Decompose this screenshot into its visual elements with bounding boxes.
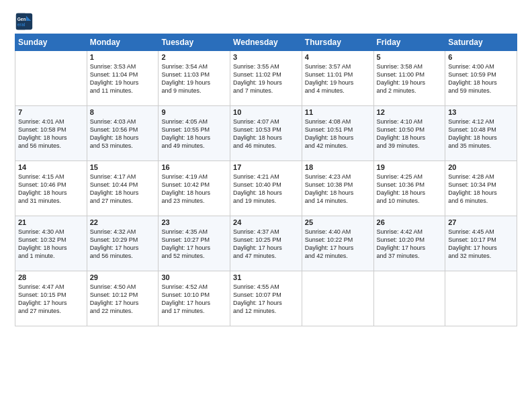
page: Gen eral SundayMondayTuesdayWednesdayThu… — [0, 0, 532, 333]
cell-text: Sunrise: 4:19 AM Sunset: 10:42 PM Daylig… — [161, 173, 227, 205]
calendar-cell: 25Sunrise: 4:40 AM Sunset: 10:22 PM Dayl… — [302, 216, 373, 271]
calendar-cell: 8Sunrise: 4:03 AM Sunset: 10:56 PM Dayli… — [87, 106, 159, 161]
header-cell-friday: Friday — [373, 34, 445, 51]
week-row-3: 14Sunrise: 4:15 AM Sunset: 10:46 PM Dayl… — [15, 161, 517, 216]
header-cell-wednesday: Wednesday — [230, 34, 302, 51]
calendar-cell: 20Sunrise: 4:28 AM Sunset: 10:34 PM Dayl… — [445, 161, 517, 216]
day-number: 18 — [305, 163, 371, 171]
header-cell-monday: Monday — [87, 34, 159, 51]
calendar-cell: 27Sunrise: 4:45 AM Sunset: 10:17 PM Dayl… — [445, 216, 517, 271]
calendar-cell — [445, 271, 517, 326]
calendar-cell: 4Sunrise: 3:57 AM Sunset: 11:01 PM Dayli… — [302, 51, 373, 106]
day-number: 5 — [377, 53, 443, 61]
week-row-5: 28Sunrise: 4:47 AM Sunset: 10:15 PM Dayl… — [15, 271, 517, 326]
cell-text: Sunrise: 4:25 AM Sunset: 10:36 PM Daylig… — [377, 173, 443, 205]
calendar-cell: 6Sunrise: 4:00 AM Sunset: 10:59 PM Dayli… — [445, 51, 517, 106]
day-number: 21 — [18, 218, 84, 226]
day-number: 10 — [233, 108, 299, 116]
week-row-1: 1Sunrise: 3:53 AM Sunset: 11:04 PM Dayli… — [15, 51, 517, 106]
day-number: 14 — [18, 163, 84, 171]
cell-text: Sunrise: 3:55 AM Sunset: 11:02 PM Daylig… — [233, 62, 299, 95]
calendar-cell: 2Sunrise: 3:54 AM Sunset: 11:03 PM Dayli… — [159, 51, 230, 106]
calendar-cell: 1Sunrise: 3:53 AM Sunset: 11:04 PM Dayli… — [87, 51, 159, 106]
day-number: 22 — [90, 218, 156, 226]
cell-text: Sunrise: 4:50 AM Sunset: 10:12 PM Daylig… — [90, 283, 156, 316]
cell-text: Sunrise: 4:00 AM Sunset: 10:59 PM Daylig… — [448, 62, 514, 95]
cell-text: Sunrise: 4:47 AM Sunset: 10:15 PM Daylig… — [18, 283, 84, 316]
header: Gen eral — [15, 12, 517, 31]
calendar-cell: 31Sunrise: 4:55 AM Sunset: 10:07 PM Dayl… — [230, 271, 302, 326]
calendar-cell: 24Sunrise: 4:37 AM Sunset: 10:25 PM Dayl… — [230, 216, 302, 271]
calendar-cell — [302, 271, 373, 326]
calendar-cell: 17Sunrise: 4:21 AM Sunset: 10:40 PM Dayl… — [230, 161, 302, 216]
day-number: 31 — [233, 273, 299, 281]
logo: Gen eral — [15, 12, 36, 31]
cell-text: Sunrise: 4:03 AM Sunset: 10:56 PM Daylig… — [90, 118, 156, 150]
cell-text: Sunrise: 4:01 AM Sunset: 10:58 PM Daylig… — [18, 118, 84, 150]
cell-text: Sunrise: 4:45 AM Sunset: 10:17 PM Daylig… — [448, 228, 514, 261]
day-number: 20 — [448, 163, 514, 171]
day-number: 7 — [18, 108, 84, 116]
calendar-cell: 14Sunrise: 4:15 AM Sunset: 10:46 PM Dayl… — [15, 161, 87, 216]
calendar-cell: 11Sunrise: 4:08 AM Sunset: 10:51 PM Dayl… — [302, 106, 373, 161]
calendar-body: 1Sunrise: 3:53 AM Sunset: 11:04 PM Dayli… — [15, 51, 517, 326]
calendar-cell: 15Sunrise: 4:17 AM Sunset: 10:44 PM Dayl… — [87, 161, 159, 216]
day-number: 2 — [161, 53, 227, 61]
day-number: 30 — [161, 273, 227, 281]
calendar-cell: 21Sunrise: 4:30 AM Sunset: 10:32 PM Dayl… — [15, 216, 87, 271]
day-number: 12 — [377, 108, 443, 116]
day-number: 6 — [448, 53, 514, 61]
calendar-cell — [373, 271, 445, 326]
calendar-cell: 23Sunrise: 4:35 AM Sunset: 10:27 PM Dayl… — [159, 216, 230, 271]
cell-text: Sunrise: 4:55 AM Sunset: 10:07 PM Daylig… — [233, 283, 299, 316]
cell-text: Sunrise: 4:15 AM Sunset: 10:46 PM Daylig… — [18, 173, 84, 205]
cell-text: Sunrise: 4:28 AM Sunset: 10:34 PM Daylig… — [448, 173, 514, 205]
day-number: 16 — [161, 163, 227, 171]
calendar-cell: 28Sunrise: 4:47 AM Sunset: 10:15 PM Dayl… — [15, 271, 87, 326]
cell-text: Sunrise: 4:08 AM Sunset: 10:51 PM Daylig… — [305, 118, 371, 150]
cell-text: Sunrise: 4:17 AM Sunset: 10:44 PM Daylig… — [90, 173, 156, 205]
day-number: 9 — [161, 108, 227, 116]
day-number: 25 — [305, 218, 371, 226]
cell-text: Sunrise: 4:23 AM Sunset: 10:38 PM Daylig… — [305, 173, 371, 205]
cell-text: Sunrise: 3:57 AM Sunset: 11:01 PM Daylig… — [305, 62, 371, 95]
cell-text: Sunrise: 3:53 AM Sunset: 11:04 PM Daylig… — [90, 62, 156, 95]
day-number: 1 — [90, 53, 156, 61]
header-cell-thursday: Thursday — [302, 34, 373, 51]
cell-text: Sunrise: 4:12 AM Sunset: 10:48 PM Daylig… — [448, 118, 514, 150]
calendar-cell: 5Sunrise: 3:58 AM Sunset: 11:00 PM Dayli… — [373, 51, 445, 106]
week-row-4: 21Sunrise: 4:30 AM Sunset: 10:32 PM Dayl… — [15, 216, 517, 271]
calendar-cell: 13Sunrise: 4:12 AM Sunset: 10:48 PM Dayl… — [445, 106, 517, 161]
calendar-cell: 18Sunrise: 4:23 AM Sunset: 10:38 PM Dayl… — [302, 161, 373, 216]
week-row-2: 7Sunrise: 4:01 AM Sunset: 10:58 PM Dayli… — [15, 106, 517, 161]
cell-text: Sunrise: 4:32 AM Sunset: 10:29 PM Daylig… — [90, 228, 156, 261]
day-number: 19 — [377, 163, 443, 171]
calendar-cell: 7Sunrise: 4:01 AM Sunset: 10:58 PM Dayli… — [15, 106, 87, 161]
logo-icon: Gen eral — [15, 12, 34, 31]
cell-text: Sunrise: 3:54 AM Sunset: 11:03 PM Daylig… — [161, 62, 227, 95]
cell-text: Sunrise: 3:58 AM Sunset: 11:00 PM Daylig… — [377, 62, 443, 95]
svg-text:Gen: Gen — [17, 17, 26, 21]
cell-text: Sunrise: 4:30 AM Sunset: 10:32 PM Daylig… — [18, 228, 84, 261]
day-number: 27 — [448, 218, 514, 226]
cell-text: Sunrise: 4:35 AM Sunset: 10:27 PM Daylig… — [161, 228, 227, 261]
day-number: 11 — [305, 108, 371, 116]
cell-text: Sunrise: 4:05 AM Sunset: 10:55 PM Daylig… — [161, 118, 227, 150]
cell-text: Sunrise: 4:42 AM Sunset: 10:20 PM Daylig… — [377, 228, 443, 261]
calendar-cell: 30Sunrise: 4:52 AM Sunset: 10:10 PM Dayl… — [159, 271, 230, 326]
cell-text: Sunrise: 4:10 AM Sunset: 10:50 PM Daylig… — [377, 118, 443, 150]
cell-text: Sunrise: 4:37 AM Sunset: 10:25 PM Daylig… — [233, 228, 299, 261]
calendar-table: SundayMondayTuesdayWednesdayThursdayFrid… — [15, 34, 517, 326]
day-number: 26 — [377, 218, 443, 226]
calendar-cell: 22Sunrise: 4:32 AM Sunset: 10:29 PM Dayl… — [87, 216, 159, 271]
day-number: 17 — [233, 163, 299, 171]
day-number: 23 — [161, 218, 227, 226]
calendar-cell: 3Sunrise: 3:55 AM Sunset: 11:02 PM Dayli… — [230, 51, 302, 106]
header-cell-tuesday: Tuesday — [159, 34, 230, 51]
day-number: 4 — [305, 53, 371, 61]
cell-text: Sunrise: 4:07 AM Sunset: 10:53 PM Daylig… — [233, 118, 299, 150]
calendar-cell — [15, 51, 87, 106]
calendar-cell: 26Sunrise: 4:42 AM Sunset: 10:20 PM Dayl… — [373, 216, 445, 271]
header-cell-sunday: Sunday — [15, 34, 87, 51]
day-number: 13 — [448, 108, 514, 116]
